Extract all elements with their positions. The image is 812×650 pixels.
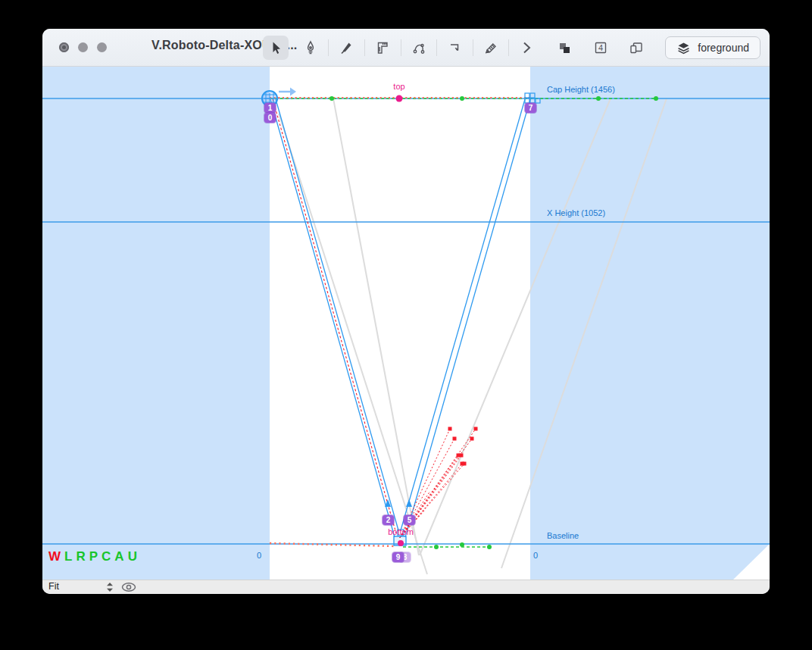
preview-letter: U (128, 549, 139, 564)
zoom-mode-select[interactable]: Fit (48, 581, 59, 592)
preview-layers-icon[interactable] (551, 36, 577, 60)
pen-tool-icon[interactable] (298, 36, 323, 60)
app-window: V.Roboto-Delta-XOUC2... (42, 29, 770, 594)
top-anchor-label: top (387, 82, 411, 91)
preview-letter: P (89, 549, 99, 564)
minimize-button[interactable] (78, 42, 88, 52)
advance-width-arrow (279, 88, 296, 96)
glyph-panel-number: 4 (598, 43, 603, 52)
origin-zero-right: 0 (533, 551, 538, 560)
node-badge-2[interactable]: 2 (383, 515, 394, 525)
top-right-node-marker[interactable] (525, 93, 540, 103)
bottom-anchor-point[interactable] (398, 540, 404, 546)
node-badge-5[interactable]: 5 (404, 515, 415, 525)
delta-endpoints (448, 427, 478, 466)
zoom-stepper[interactable] (106, 582, 114, 592)
toolbar-separator (328, 39, 329, 56)
origin-zero-left: 0 (257, 551, 261, 560)
cap-height-label: Cap Height (1456) (547, 85, 615, 94)
bottom-anchor-label: bottom (378, 527, 423, 536)
delta-outline-left (273, 99, 396, 533)
more-tools-chevron-icon[interactable] (514, 36, 539, 60)
preview-eye-icon[interactable] (120, 582, 137, 592)
transform-panel-icon[interactable] (623, 36, 649, 60)
glyph-scene (42, 67, 770, 580)
corner-tool-icon[interactable] (442, 36, 467, 60)
top-anchor-point[interactable] (396, 95, 403, 102)
toolbar-separator (364, 39, 365, 56)
metric-lines (42, 98, 770, 544)
node-badge-9[interactable]: 9 (392, 552, 404, 562)
background-outline-lines (279, 98, 667, 574)
sketch-pencil-tool-icon[interactable] (478, 36, 504, 60)
baseline-label: Baseline (547, 531, 579, 540)
preview-letter: R (76, 549, 86, 564)
layers-icon (676, 41, 691, 55)
canvas-corner-cutout (733, 544, 770, 580)
traffic-lights (59, 42, 107, 52)
preview-letter: A (114, 549, 125, 564)
node-badge-7[interactable]: 7 (525, 103, 536, 113)
select-tool-icon[interactable] (263, 36, 289, 60)
glyph-preview-letters: WLRPCAU (48, 549, 141, 564)
glyph-edit-canvas[interactable]: Cap Height (1456) X Height (1052) Baseli… (42, 67, 770, 580)
ruler-tool-icon[interactable] (370, 36, 395, 60)
curve-tool-icon[interactable] (406, 36, 432, 60)
zoom-button[interactable] (97, 42, 107, 52)
preview-letter: L (64, 549, 73, 564)
toolbar-separator (508, 39, 509, 56)
glyph-panel-icon[interactable]: 4 (588, 36, 614, 60)
titlebar: V.Roboto-Delta-XOUC2... (42, 29, 770, 67)
layer-selector-label: foreground (698, 42, 749, 54)
x-height-label: X Height (1052) (547, 208, 605, 217)
preview-letter: C (102, 549, 112, 564)
close-button[interactable] (59, 42, 69, 52)
toolbar-separator (436, 39, 437, 56)
statusbar: Fit (42, 580, 770, 594)
layer-selector-button[interactable]: foreground (665, 36, 760, 59)
node-badge-1[interactable]: 1 (264, 103, 276, 113)
toolbar-separator (401, 39, 401, 56)
glyph-outline[interactable] (270, 99, 530, 537)
toolbar-separator (473, 39, 473, 56)
knife-tool-icon[interactable] (334, 36, 360, 60)
preview-letter: W (48, 549, 62, 564)
node-badge-0[interactable]: 0 (264, 113, 276, 123)
